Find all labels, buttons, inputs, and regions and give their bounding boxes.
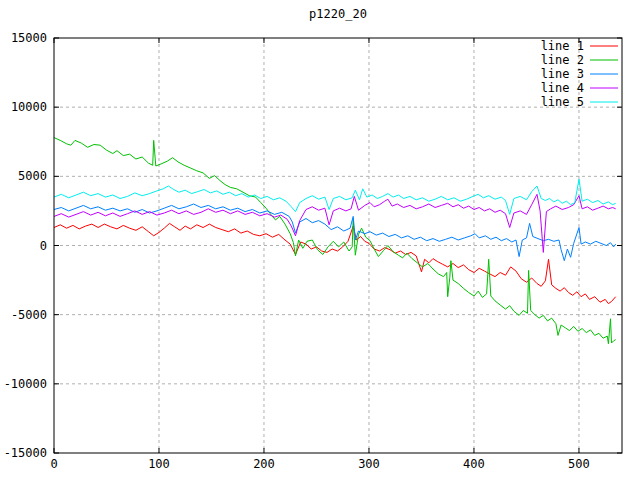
- legend-label: line 2: [541, 53, 584, 67]
- y-axis-tick-label: -15000: [4, 446, 47, 460]
- y-axis-tick-label: 5000: [18, 169, 47, 183]
- y-axis-tick-label: 0: [40, 239, 47, 253]
- y-axis-tick-label: -5000: [11, 308, 47, 322]
- legend-label: line 5: [541, 95, 584, 109]
- y-axis-tick-label: -10000: [4, 377, 47, 391]
- chart-title: p1220_20: [309, 7, 367, 21]
- x-axis-tick-label: 300: [358, 457, 380, 471]
- legend-label: line 4: [541, 81, 584, 95]
- x-axis-tick-label: 100: [148, 457, 170, 471]
- x-axis-tick-label: 500: [568, 457, 590, 471]
- x-axis-tick-label: 0: [50, 457, 57, 471]
- x-axis-tick-label: 400: [463, 457, 485, 471]
- chart: p1220_20 0100200300400500-15000-10000-50…: [0, 0, 640, 480]
- legend-label: line 3: [541, 67, 584, 81]
- y-axis-tick-label: 15000: [11, 31, 47, 45]
- legend-label: line 1: [541, 39, 584, 53]
- y-axis-tick-label: 10000: [11, 100, 47, 114]
- x-axis-tick-label: 200: [253, 457, 275, 471]
